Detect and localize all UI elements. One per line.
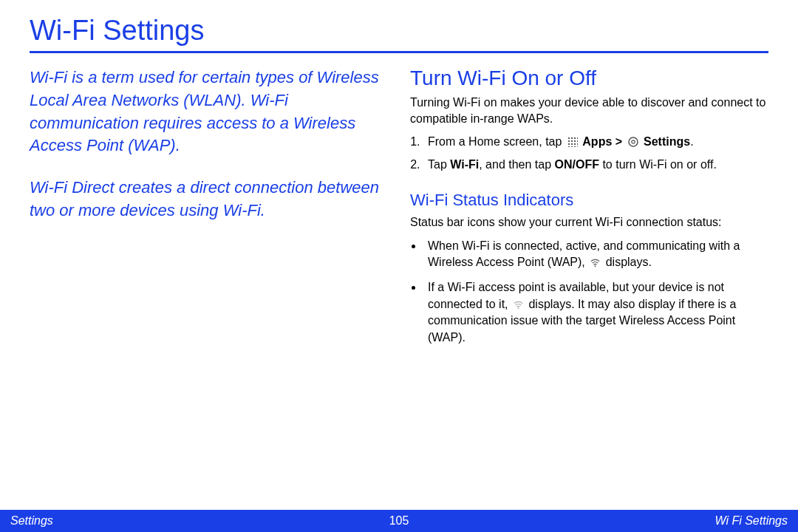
footer-page-number: 105 bbox=[389, 514, 409, 528]
bullet-connected: When Wi-Fi is connected, active, and com… bbox=[423, 238, 768, 271]
step2-text-c: to turn Wi-Fi on or off. bbox=[599, 158, 717, 171]
right-column: Turn Wi-Fi On or Off Turning Wi-Fi on ma… bbox=[410, 66, 768, 355]
step-2: Tap Wi-Fi, and then tap ON/OFF to turn W… bbox=[423, 157, 768, 173]
step1-end: . bbox=[690, 135, 693, 148]
section1-intro: Turning Wi-Fi on makes your device able … bbox=[410, 95, 768, 126]
step1-text-a: From a Home screen, tap bbox=[428, 135, 565, 148]
section-heading-status: Wi-Fi Status Indicators bbox=[410, 191, 768, 210]
svg-point-1 bbox=[631, 140, 634, 143]
step-1: From a Home screen, tap Apps > Settings. bbox=[423, 134, 768, 150]
step1-apps-label: Apps bbox=[582, 135, 612, 148]
section2-intro: Status bar icons show your current Wi-Fi… bbox=[410, 214, 768, 231]
title-rule bbox=[30, 51, 768, 53]
svg-point-2 bbox=[595, 265, 596, 267]
page-title: Wi-Fi Settings bbox=[30, 15, 768, 47]
status-bullets: When Wi-Fi is connected, active, and com… bbox=[423, 238, 768, 346]
step2-text-b: , and then tap bbox=[479, 158, 554, 171]
intro-paragraph-1: Wi-Fi is a term used for certain types o… bbox=[30, 66, 388, 157]
section-heading-turn-wifi: Turn Wi-Fi On or Off bbox=[410, 66, 768, 90]
footer-left: Settings bbox=[10, 514, 53, 528]
page-footer: Settings 105 Wi Fi Settings bbox=[0, 510, 798, 532]
wifi-available-icon bbox=[513, 299, 524, 310]
step2-text-a: Tap bbox=[428, 158, 450, 171]
apps-grid-icon bbox=[567, 136, 578, 147]
bullet-available: If a Wi-Fi access point is available, bu… bbox=[423, 279, 768, 346]
page-body: Wi-Fi Settings Wi-Fi is a term used for … bbox=[0, 0, 798, 384]
footer-right: Wi Fi Settings bbox=[715, 514, 788, 528]
step1-settings-label: Settings bbox=[644, 135, 690, 148]
step2-wifi-label: Wi-Fi bbox=[450, 158, 479, 171]
bullet1-text-a: When Wi-Fi is connected, active, and com… bbox=[428, 239, 740, 268]
svg-point-3 bbox=[518, 307, 519, 309]
columns: Wi-Fi is a term used for certain types o… bbox=[30, 66, 768, 355]
wifi-connected-icon bbox=[590, 256, 601, 267]
step2-onoff-label: ON/OFF bbox=[555, 158, 599, 171]
left-column: Wi-Fi is a term used for certain types o… bbox=[30, 66, 388, 355]
step1-gt: > bbox=[615, 135, 626, 148]
steps-list: From a Home screen, tap Apps > Settings.… bbox=[423, 134, 768, 173]
svg-point-0 bbox=[629, 137, 638, 146]
intro-paragraph-2: Wi-Fi Direct creates a direct connection… bbox=[30, 177, 388, 222]
settings-gear-icon bbox=[627, 136, 639, 148]
bullet1-text-b: displays. bbox=[606, 256, 652, 268]
